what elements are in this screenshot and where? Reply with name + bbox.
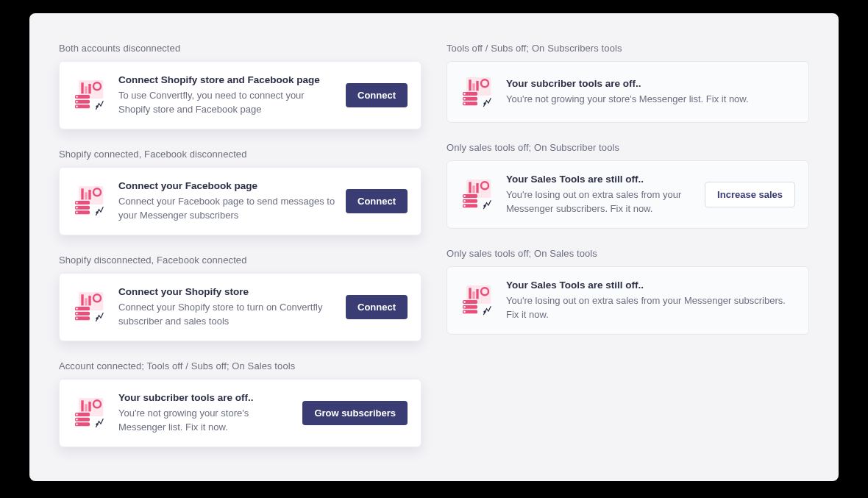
svg-rect-15	[88, 190, 90, 199]
svg-point-46	[76, 424, 78, 426]
svg-point-44	[76, 413, 78, 416]
svg-rect-62	[472, 186, 474, 193]
svg-rect-39	[88, 402, 90, 411]
card-description: Connect your Facebook page to send messa…	[118, 195, 335, 223]
analytics-illustration-icon	[71, 288, 108, 325]
card-action-button[interactable]: Increase sales	[705, 182, 795, 207]
card-text: Connect your Shopify storeConnect your S…	[118, 285, 335, 329]
svg-rect-27	[88, 296, 90, 305]
svg-rect-3	[88, 84, 90, 93]
svg-point-82	[463, 311, 466, 313]
svg-point-71	[483, 205, 485, 207]
card-title: Your Sales Tools are still off..	[506, 173, 694, 186]
svg-rect-25	[81, 295, 83, 306]
section-label: Shopify connected, Facebook disconnected	[59, 149, 421, 160]
svg-point-80	[463, 302, 466, 304]
svg-rect-75	[476, 289, 478, 299]
section-label: Both accounts disconnected	[59, 43, 421, 54]
left-column: Both accounts disconnected Connect Shopi…	[59, 43, 421, 447]
analytics-illustration-icon	[71, 77, 108, 113]
svg-rect-1	[81, 83, 83, 94]
svg-rect-51	[476, 81, 478, 90]
svg-point-59	[483, 102, 485, 104]
svg-point-9	[76, 101, 78, 103]
card-text: Connect your Facebook pageConnect your F…	[118, 179, 335, 223]
card-description: Connect your Shopify store to turn on Co…	[118, 301, 335, 329]
right-column: Tools off / Subs off; On Subscribers too…	[447, 43, 809, 447]
card-description: To use Convertfly, you need to connect y…	[118, 89, 335, 117]
analytics-illustration-icon	[459, 282, 496, 319]
svg-rect-2	[85, 87, 87, 94]
section-label: Shopify disconnected, Facebook connected	[59, 255, 421, 266]
analytics-illustration-icon	[459, 176, 496, 213]
card-section: Tools off / Subs off; On Subscribers too…	[447, 43, 809, 123]
analytics-illustration-icon	[71, 394, 108, 431]
svg-point-56	[463, 93, 466, 95]
alert-card: Your Sales Tools are still off..You're l…	[447, 266, 809, 335]
alert-card: Connect Shopify store and Facebook pageT…	[59, 61, 421, 129]
alert-card: Your subcriber tools are off..You're not…	[447, 61, 809, 123]
svg-point-22	[76, 212, 78, 214]
card-action-button[interactable]: Connect	[346, 83, 408, 107]
svg-rect-13	[81, 189, 83, 200]
analytics-illustration-icon	[71, 182, 108, 219]
card-title: Connect Shopify store and Facebook page	[118, 74, 335, 87]
svg-point-8	[76, 96, 78, 99]
svg-point-70	[463, 205, 466, 207]
card-title: Your subcriber tools are off..	[506, 77, 795, 90]
section-label: Tools off / Subs off; On Subscribers too…	[447, 43, 809, 54]
card-action-button[interactable]: Grow subscribers	[302, 401, 408, 425]
card-description: You're not growing your store's Messenge…	[118, 407, 292, 435]
card-title: Connect your Facebook page	[118, 179, 335, 193]
alert-card: Connect your Shopify storeConnect your S…	[59, 273, 421, 341]
svg-point-21	[76, 207, 78, 209]
svg-rect-14	[85, 193, 87, 200]
section-label: Account connected; Tools off / Subs off;…	[59, 360, 421, 371]
svg-point-47	[96, 423, 98, 425]
analytics-illustration-icon	[459, 74, 496, 110]
svg-point-20	[76, 202, 78, 204]
svg-rect-61	[469, 182, 471, 193]
svg-point-57	[463, 98, 466, 100]
svg-point-81	[463, 306, 466, 308]
card-text: Your subcriber tools are off..You're not…	[118, 391, 292, 435]
svg-point-58	[463, 103, 466, 105]
svg-point-45	[76, 419, 78, 421]
svg-rect-37	[81, 401, 83, 412]
card-text: Your Sales Tools are still off..You're l…	[506, 173, 694, 216]
svg-rect-74	[472, 292, 474, 299]
card-section: Shopify connected, Facebook disconnected…	[59, 149, 421, 235]
svg-rect-63	[476, 183, 478, 193]
svg-point-34	[76, 318, 78, 320]
card-section: Only sales tools off; On Sales tools You…	[447, 248, 809, 335]
card-action-button[interactable]: Connect	[346, 295, 408, 319]
card-text: Connect Shopify store and Facebook pageT…	[118, 74, 335, 117]
card-title: Your Sales Tools are still off..	[506, 279, 795, 292]
svg-point-69	[463, 200, 466, 202]
card-section: Only sales tools off; On Subscriber tool…	[447, 142, 809, 229]
svg-point-32	[76, 308, 78, 310]
card-action-button[interactable]: Connect	[346, 189, 408, 213]
section-label: Only sales tools off; On Subscriber tool…	[447, 142, 809, 153]
examples-window: Both accounts disconnected Connect Shopi…	[29, 13, 839, 481]
card-title: Your subcriber tools are off..	[118, 391, 292, 405]
svg-point-23	[96, 212, 98, 214]
alert-card: Connect your Facebook pageConnect your F…	[59, 167, 421, 235]
svg-rect-49	[469, 79, 471, 90]
alert-card: Your Sales Tools are still off..You're l…	[447, 160, 809, 229]
svg-rect-38	[85, 405, 87, 412]
svg-point-83	[483, 311, 485, 313]
svg-rect-73	[469, 288, 471, 299]
svg-point-33	[76, 313, 78, 315]
section-label: Only sales tools off; On Sales tools	[447, 248, 809, 259]
card-section: Shopify disconnected, Facebook connected…	[59, 255, 421, 341]
svg-point-11	[96, 106, 98, 108]
card-description: You're not growing your store's Messenge…	[506, 93, 795, 107]
svg-rect-26	[85, 299, 87, 306]
svg-rect-50	[472, 83, 474, 90]
card-section: Both accounts disconnected Connect Shopi…	[59, 43, 421, 129]
card-description: You're losing out on extra sales from yo…	[506, 294, 795, 322]
svg-point-10	[76, 106, 78, 108]
card-title: Connect your Shopify store	[118, 285, 335, 299]
card-section: Account connected; Tools off / Subs off;…	[59, 360, 421, 447]
